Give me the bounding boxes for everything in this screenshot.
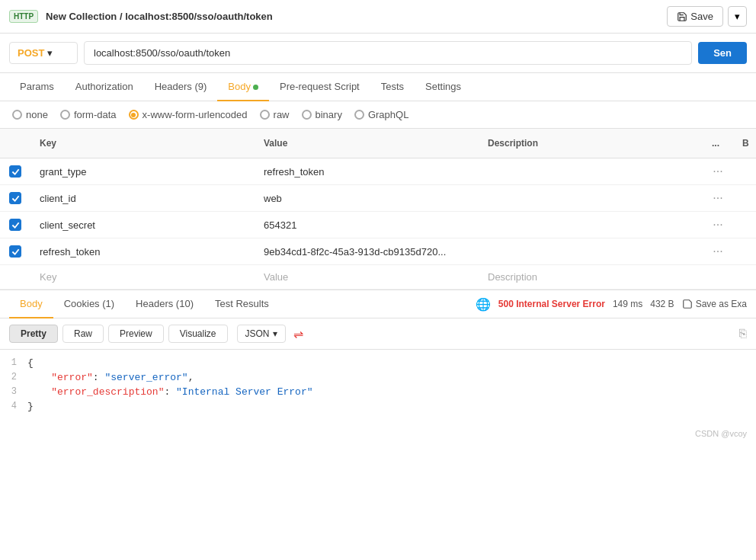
placeholder-check bbox=[0, 271, 30, 283]
check-icon bbox=[11, 248, 20, 256]
row1-value[interactable]: refresh_token bbox=[255, 160, 479, 184]
tab-body[interactable]: Body bbox=[217, 73, 269, 101]
resp-tab-headers[interactable]: Headers (10) bbox=[125, 290, 204, 318]
line-num-2: 2 bbox=[0, 372, 27, 383]
top-bar-actions: Save ▾ bbox=[667, 6, 747, 27]
row1-key[interactable]: grant_type bbox=[30, 160, 255, 184]
radio-label-form-data: form-data bbox=[74, 109, 117, 120]
fmt-preview-button[interactable]: Preview bbox=[108, 325, 164, 343]
code-content-3: "error_description": "Internal Server Er… bbox=[27, 386, 313, 398]
row2-checkbox-cell[interactable] bbox=[0, 186, 30, 210]
save-as-icon bbox=[682, 299, 693, 309]
resp-tab-body[interactable]: Body bbox=[9, 290, 53, 318]
row4-description[interactable] bbox=[479, 245, 703, 258]
row1-description[interactable] bbox=[479, 165, 703, 178]
col-header-value: Value bbox=[255, 135, 479, 152]
json-format-select[interactable]: JSON ▾ bbox=[237, 325, 286, 343]
table-row: refresh_token 9eb34cd1-8f2c-45a3-913d-cb… bbox=[0, 238, 756, 265]
radio-urlencoded[interactable]: x-www-form-urlencoded bbox=[129, 109, 248, 120]
row2-checkbox[interactable] bbox=[9, 192, 21, 204]
row4-key[interactable]: refresh_token bbox=[30, 240, 255, 264]
line-num-3: 3 bbox=[0, 386, 27, 398]
line-num-1: 1 bbox=[0, 357, 27, 369]
table-row: grant_type refresh_token ··· bbox=[0, 158, 756, 185]
placeholder-key[interactable]: Key bbox=[30, 265, 255, 289]
placeholder-more bbox=[703, 271, 733, 283]
row1-more-icon[interactable]: ··· bbox=[703, 158, 733, 184]
radio-dot-none bbox=[12, 110, 22, 120]
row2-key[interactable]: client_id bbox=[30, 187, 255, 210]
check-icon bbox=[11, 168, 20, 176]
row2-value[interactable]: web bbox=[255, 187, 479, 210]
radio-form-data[interactable]: form-data bbox=[60, 109, 117, 120]
tab-settings[interactable]: Settings bbox=[415, 73, 472, 101]
fmt-raw-button[interactable]: Raw bbox=[62, 325, 104, 343]
code-line-3: 3 "error_description": "Internal Server … bbox=[0, 385, 756, 399]
radio-binary[interactable]: binary bbox=[302, 109, 342, 120]
row3-description[interactable] bbox=[479, 219, 703, 231]
row3-checkbox[interactable] bbox=[9, 219, 21, 231]
placeholder-value[interactable]: Value bbox=[255, 265, 479, 289]
save-dropdown-button[interactable]: ▾ bbox=[728, 6, 747, 27]
json-chevron-icon: ▾ bbox=[273, 328, 277, 339]
radio-label-graphql: GraphQL bbox=[368, 109, 408, 120]
row2-more-icon[interactable]: ··· bbox=[703, 185, 733, 211]
row3-value[interactable]: 654321 bbox=[255, 213, 479, 237]
resp-tab-cookies[interactable]: Cookies (1) bbox=[53, 290, 125, 318]
fmt-visualize-button[interactable]: Visualize bbox=[168, 325, 228, 343]
tab-headers[interactable]: Headers (9) bbox=[144, 73, 218, 101]
radio-dot-raw bbox=[260, 110, 270, 120]
row4-more-icon[interactable]: ··· bbox=[703, 238, 733, 264]
tab-authorization[interactable]: Authorization bbox=[65, 73, 144, 101]
code-line-4: 4 } bbox=[0, 399, 756, 414]
col-header-check bbox=[0, 135, 30, 152]
table-header: Key Value Description ... B bbox=[0, 129, 756, 158]
row3-more-icon[interactable]: ··· bbox=[703, 212, 733, 238]
radio-raw[interactable]: raw bbox=[260, 109, 290, 120]
col-header-description: Description bbox=[479, 135, 703, 152]
tab-tests[interactable]: Tests bbox=[370, 73, 415, 101]
globe-icon: 🌐 bbox=[476, 297, 491, 312]
save-as-button[interactable]: Save as Exa bbox=[682, 299, 747, 309]
row3-key[interactable]: client_secret bbox=[30, 213, 255, 237]
save-label: Save bbox=[690, 11, 713, 22]
row2-description[interactable] bbox=[479, 192, 703, 204]
row4-checkbox[interactable] bbox=[9, 245, 21, 258]
radio-none[interactable]: none bbox=[12, 109, 48, 120]
send-button[interactable]: Sen bbox=[698, 42, 747, 64]
placeholder-description[interactable]: Description bbox=[479, 265, 703, 289]
check-icon bbox=[11, 221, 20, 229]
method-select[interactable]: POST ▾ bbox=[9, 42, 78, 64]
breadcrumb: New Collection / localhost:8500/sso/oaut… bbox=[46, 11, 273, 22]
row2-b bbox=[733, 192, 756, 204]
wrap-icon[interactable]: ⇌ bbox=[293, 327, 303, 341]
resp-tab-test-results[interactable]: Test Results bbox=[204, 290, 280, 318]
check-icon bbox=[11, 194, 20, 203]
response-status-bar: 🌐 500 Internal Server Error 149 ms 432 B… bbox=[476, 297, 747, 312]
body-type-radio-group: none form-data x-www-form-urlencoded raw… bbox=[0, 101, 756, 129]
top-bar: HTTP New Collection / localhost:8500/sso… bbox=[0, 0, 756, 34]
radio-graphql[interactable]: GraphQL bbox=[354, 109, 408, 120]
code-line-1: 1 { bbox=[0, 356, 756, 370]
row4-value[interactable]: 9eb34cd1-8f2c-45a3-913d-cb9135d720... bbox=[255, 240, 479, 264]
fmt-pretty-button[interactable]: Pretty bbox=[9, 325, 58, 343]
row1-checkbox-cell[interactable] bbox=[0, 159, 30, 184]
save-button[interactable]: Save bbox=[667, 6, 723, 27]
radio-dot-binary bbox=[302, 110, 312, 120]
chevron-down-icon: ▾ bbox=[735, 11, 740, 22]
tab-params[interactable]: Params bbox=[9, 73, 65, 101]
url-input[interactable] bbox=[84, 41, 692, 65]
row3-checkbox-cell[interactable] bbox=[0, 213, 30, 237]
radio-dot-graphql bbox=[354, 110, 364, 120]
radio-label-urlencoded: x-www-form-urlencoded bbox=[143, 109, 248, 120]
row1-checkbox[interactable] bbox=[9, 165, 21, 178]
response-body-code: 1 { 2 "error": "server_error", 3 "error_… bbox=[0, 350, 756, 426]
tab-prerequest[interactable]: Pre-request Script bbox=[269, 73, 370, 101]
method-chevron-icon: ▾ bbox=[47, 47, 53, 59]
copy-icon[interactable]: ⎘ bbox=[739, 327, 747, 341]
format-bar: Pretty Raw Preview Visualize JSON ▾ ⇌ ⎘ bbox=[0, 318, 756, 350]
method-label: POST bbox=[18, 47, 44, 59]
row4-checkbox-cell[interactable] bbox=[0, 239, 30, 264]
json-format-label: JSON bbox=[245, 328, 270, 339]
footer-text: CSDN @vcoy bbox=[695, 429, 747, 438]
